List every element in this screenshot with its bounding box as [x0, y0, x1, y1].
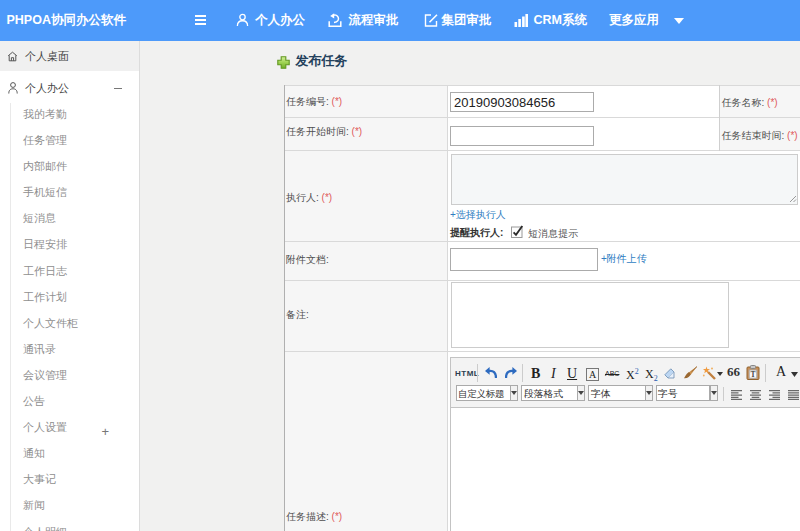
svg-text:T: T [750, 370, 755, 379]
